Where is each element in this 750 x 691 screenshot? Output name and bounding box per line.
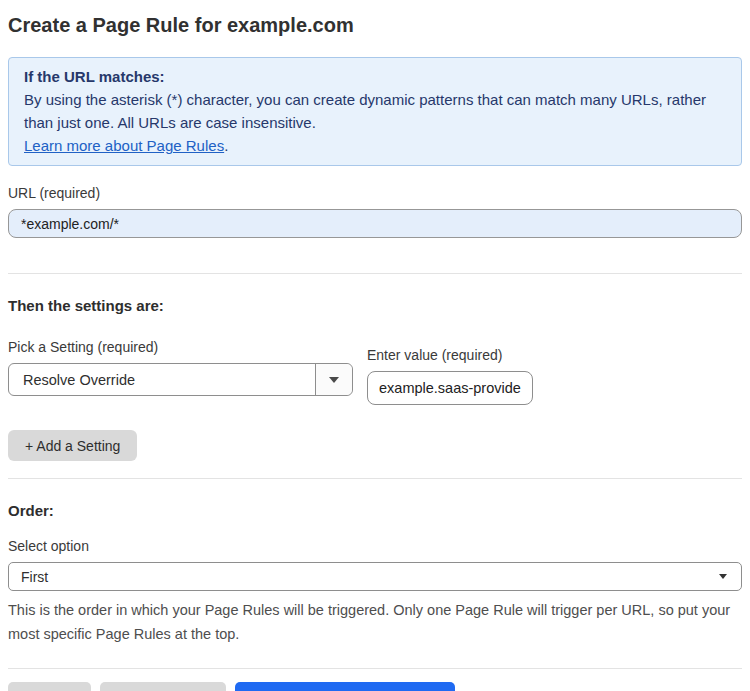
- save-deploy-button[interactable]: Save and Deploy Page Rule: [235, 682, 455, 691]
- enter-value-label: Enter value (required): [367, 347, 533, 363]
- section-divider-bottom: [8, 668, 742, 669]
- url-input[interactable]: [8, 209, 742, 238]
- link-period: .: [224, 137, 228, 154]
- setting-value-column: Enter value (required): [367, 339, 533, 405]
- chevron-down-icon: [329, 377, 339, 383]
- order-select-value: First: [9, 569, 719, 585]
- url-match-info-box: If the URL matches: By using the asteris…: [8, 57, 742, 166]
- page-title: Create a Page Rule for example.com: [8, 0, 742, 37]
- url-label: URL (required): [8, 185, 742, 201]
- cancel-button[interactable]: Cancel: [8, 682, 91, 691]
- add-setting-button[interactable]: + Add a Setting: [8, 430, 137, 461]
- order-help-text: This is the order in which your Page Rul…: [8, 598, 742, 646]
- save-draft-button[interactable]: Save as Draft: [100, 682, 226, 691]
- chevron-down-icon: [719, 574, 727, 579]
- setting-value-input[interactable]: [367, 371, 533, 405]
- learn-more-link[interactable]: Learn more about Page Rules: [24, 137, 224, 154]
- order-heading: Order:: [8, 479, 742, 519]
- order-select[interactable]: First: [8, 562, 742, 591]
- settings-row: Pick a Setting (required) Resolve Overri…: [8, 339, 742, 405]
- settings-heading: Then the settings are:: [8, 274, 742, 314]
- page-rule-form: Create a Page Rule for example.com If th…: [0, 0, 750, 691]
- footer-actions: Cancel Save as Draft Save and Deploy Pag…: [8, 682, 742, 691]
- order-select-label: Select option: [8, 538, 742, 554]
- setting-picker-column: Pick a Setting (required) Resolve Overri…: [8, 339, 360, 396]
- setting-select-arrow-button[interactable]: [315, 364, 352, 395]
- setting-select[interactable]: Resolve Override: [8, 363, 353, 396]
- pick-setting-label: Pick a Setting (required): [8, 339, 360, 355]
- setting-select-value: Resolve Override: [9, 364, 315, 395]
- info-box-body: By using the asterisk (*) character, you…: [24, 88, 726, 134]
- info-box-link-line: Learn more about Page Rules.: [24, 134, 726, 157]
- info-box-heading: If the URL matches:: [24, 65, 726, 88]
